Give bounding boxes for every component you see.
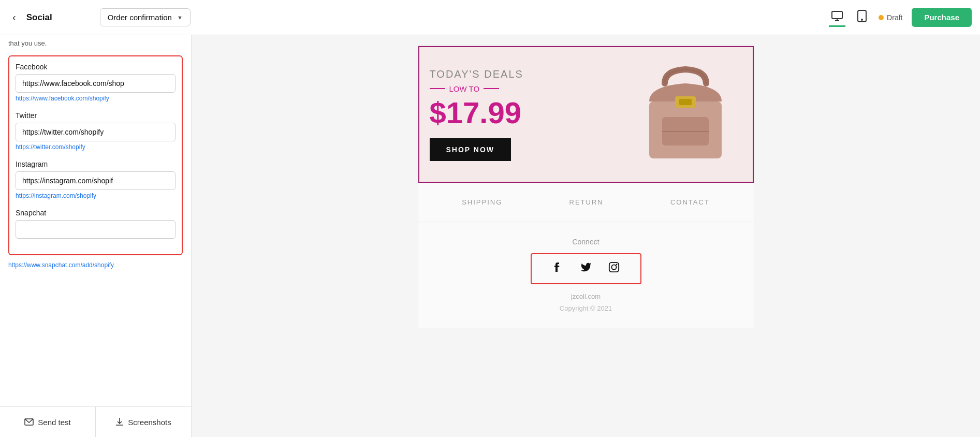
chevron-down-icon: ▼ bbox=[177, 14, 183, 21]
low-to-text: LOW TO bbox=[449, 84, 480, 93]
email-preview-area: TODAY'S DEALS LOW TO $17.99 SHOP NOW bbox=[192, 35, 980, 437]
email-nav: SHIPPING RETURN CONTACT bbox=[418, 183, 754, 222]
purchase-button[interactable]: Purchase bbox=[912, 8, 972, 27]
sidebar-footer: Send test Screenshots bbox=[0, 406, 191, 437]
twitter-group: Twitter https://twitter.com/shopify bbox=[16, 111, 175, 151]
twitter-label: Twitter bbox=[16, 111, 175, 120]
bag-svg bbox=[634, 65, 737, 164]
snapchat-group: Snapchat bbox=[16, 209, 175, 239]
email-preview: TODAY'S DEALS LOW TO $17.99 SHOP NOW bbox=[418, 46, 754, 328]
connect-label: Connect bbox=[572, 238, 599, 246]
screenshots-button[interactable]: Screenshots bbox=[96, 407, 191, 437]
download-icon bbox=[115, 417, 124, 427]
shipping-link[interactable]: SHIPPING bbox=[462, 198, 502, 206]
svg-point-10 bbox=[611, 265, 616, 269]
twitter-icon[interactable] bbox=[580, 261, 592, 276]
domain-text: jzcoll.com bbox=[571, 293, 601, 300]
svg-rect-0 bbox=[832, 11, 842, 19]
banner-price: $17.99 bbox=[430, 95, 628, 130]
svg-rect-9 bbox=[609, 263, 618, 272]
sidebar-title: Social bbox=[26, 12, 68, 23]
sidebar: that you use. Facebook https://www.faceb… bbox=[0, 35, 192, 437]
sidebar-scroll: that you use. Facebook https://www.faceb… bbox=[0, 35, 191, 406]
back-button[interactable]: ‹ bbox=[8, 9, 20, 25]
shop-now-button[interactable]: SHOP NOW bbox=[430, 138, 511, 161]
return-link[interactable]: RETURN bbox=[569, 198, 604, 206]
instagram-hint: https://instagram.com/shopify bbox=[16, 192, 175, 199]
mobile-icon bbox=[857, 10, 867, 22]
desktop-icon bbox=[831, 10, 843, 22]
svg-point-11 bbox=[616, 264, 617, 266]
facebook-input[interactable] bbox=[16, 74, 175, 93]
svg-rect-6 bbox=[679, 99, 692, 105]
send-test-button[interactable]: Send test bbox=[0, 407, 96, 437]
draft-dot bbox=[879, 15, 884, 20]
snapchat-label: Snapchat bbox=[16, 209, 175, 217]
svg-point-2 bbox=[861, 19, 862, 20]
social-icons-box bbox=[531, 253, 641, 284]
sidebar-top-text: that you use. bbox=[8, 35, 183, 55]
instagram-input[interactable] bbox=[16, 171, 175, 190]
instagram-label: Instagram bbox=[16, 160, 175, 168]
instagram-group: Instagram https://instagram.com/shopify bbox=[16, 160, 175, 199]
twitter-hint: https://twitter.com/shopify bbox=[16, 143, 175, 151]
social-fields-box: Facebook https://www.facebook.com/shopif… bbox=[8, 55, 183, 255]
email-social-section: Connect bbox=[418, 222, 754, 328]
banner-low-to: LOW TO bbox=[430, 84, 628, 93]
dropdown-label: Order confirmation bbox=[108, 13, 172, 22]
snapchat-input[interactable] bbox=[16, 220, 175, 239]
dash-left bbox=[430, 88, 445, 89]
template-dropdown[interactable]: Order confirmation ▼ bbox=[100, 8, 191, 26]
send-test-label: Send test bbox=[38, 418, 70, 427]
bag-image bbox=[628, 63, 742, 166]
snapchat-hint: https://www.snapchat.com/add/shopify bbox=[8, 261, 183, 269]
draft-status: Draft bbox=[879, 13, 902, 22]
email-banner: TODAY'S DEALS LOW TO $17.99 SHOP NOW bbox=[418, 46, 754, 183]
dash-right bbox=[484, 88, 499, 89]
contact-link[interactable]: CONTACT bbox=[670, 198, 710, 206]
twitter-input[interactable] bbox=[16, 123, 175, 141]
banner-text: TODAY'S DEALS LOW TO $17.99 SHOP NOW bbox=[430, 68, 628, 161]
draft-label: Draft bbox=[887, 13, 902, 22]
facebook-hint: https://www.facebook.com/shopify bbox=[16, 95, 175, 102]
screenshots-label: Screenshots bbox=[128, 418, 171, 427]
facebook-label: Facebook bbox=[16, 63, 175, 71]
desktop-view-button[interactable] bbox=[829, 8, 845, 27]
instagram-icon[interactable] bbox=[608, 261, 620, 276]
copyright-text: Copyright © 2021 bbox=[560, 304, 612, 312]
facebook-group: Facebook https://www.facebook.com/shopif… bbox=[16, 63, 175, 102]
envelope-icon bbox=[24, 418, 34, 426]
facebook-icon[interactable] bbox=[552, 261, 564, 276]
main-layout: that you use. Facebook https://www.faceb… bbox=[0, 35, 980, 437]
topbar: ‹ Social Order confirmation ▼ Draft Purc… bbox=[0, 0, 980, 35]
mobile-view-button[interactable] bbox=[855, 8, 869, 27]
banner-today-deals: TODAY'S DEALS bbox=[430, 68, 628, 80]
view-toggle: Draft Purchase bbox=[829, 8, 972, 27]
